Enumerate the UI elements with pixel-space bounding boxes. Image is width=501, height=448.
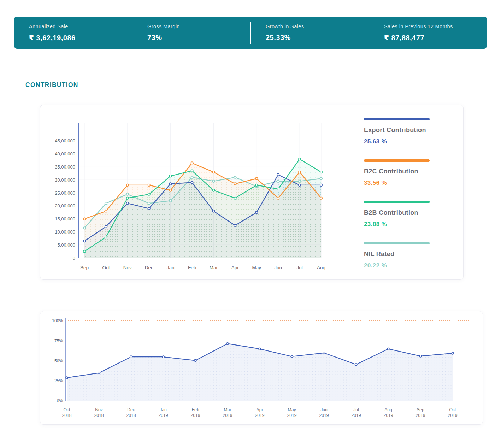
svg-text:Jul: Jul	[296, 265, 302, 270]
svg-text:Oct: Oct	[102, 265, 110, 270]
legend-pill	[364, 201, 430, 203]
section-title: CONTRIBUTION	[25, 81, 78, 89]
svg-text:25,00,000: 25,00,000	[55, 190, 75, 196]
svg-text:Feb: Feb	[191, 407, 199, 412]
trend-chart-svg: 0%25%50%75%100%Oct2018Nov2018Dec2018Jan2…	[40, 311, 483, 424]
svg-text:Aug: Aug	[384, 407, 392, 412]
svg-text:35,00,000: 35,00,000	[55, 164, 75, 170]
kpi-sales-previous-12-months: Sales in Previous 12 Months ₹ 87,88,477	[369, 17, 487, 49]
legend-item-b2c[interactable]: B2C Contribution 33.56 %	[364, 159, 445, 187]
contribution-legend: Export Contribution 25.63 % B2C Contribu…	[364, 118, 445, 283]
svg-text:Nov: Nov	[123, 265, 132, 270]
kpi-value: 25.33%	[266, 34, 369, 42]
svg-text:Sep: Sep	[80, 265, 89, 270]
legend-item-export[interactable]: Export Contribution 25.63 %	[364, 118, 445, 145]
legend-label: B2B Contribution	[364, 209, 445, 217]
svg-text:Jul: Jul	[353, 407, 359, 412]
svg-text:75%: 75%	[54, 338, 63, 343]
svg-text:Dec: Dec	[127, 407, 135, 412]
kpi-label: Sales in Previous 12 Months	[384, 24, 487, 29]
svg-text:0: 0	[73, 255, 75, 261]
svg-text:Apr: Apr	[257, 407, 263, 412]
contribution-card: 05,00,00010,00,00015,00,00020,00,00025,0…	[40, 105, 464, 280]
legend-item-b2b[interactable]: B2B Contribution 23.88 %	[364, 201, 445, 228]
svg-text:15,00,000: 15,00,000	[55, 216, 75, 222]
svg-text:30,00,000: 30,00,000	[55, 177, 75, 183]
legend-value: 33.56 %	[364, 179, 445, 187]
svg-text:2018: 2018	[62, 413, 71, 418]
kpi-value: 73%	[147, 34, 250, 42]
svg-text:May: May	[252, 265, 261, 270]
kpi-annualized-sale: Annualized Sale ₹ 3,62,19,086	[14, 17, 132, 49]
svg-text:2019: 2019	[158, 413, 168, 418]
svg-text:2019: 2019	[319, 413, 329, 418]
legend-label: NIL Rated	[364, 250, 445, 258]
svg-text:Oct: Oct	[449, 407, 456, 412]
svg-text:Mar: Mar	[224, 407, 231, 412]
svg-text:2019: 2019	[415, 413, 425, 418]
svg-text:45,00,000: 45,00,000	[55, 138, 75, 143]
svg-text:2019: 2019	[255, 413, 264, 418]
svg-text:2019: 2019	[223, 413, 232, 418]
legend-pill	[364, 242, 430, 244]
svg-text:Feb: Feb	[188, 265, 196, 270]
svg-text:Dec: Dec	[145, 265, 153, 270]
svg-text:2019: 2019	[351, 413, 361, 418]
svg-text:Aug: Aug	[317, 265, 325, 270]
svg-text:Oct: Oct	[64, 407, 71, 412]
kpi-label: Gross Margin	[147, 24, 250, 29]
svg-text:5,00,000: 5,00,000	[57, 242, 75, 248]
kpi-value: ₹ 3,62,19,086	[29, 34, 132, 42]
svg-text:2018: 2018	[94, 413, 104, 418]
legend-pill	[364, 118, 430, 120]
svg-text:Nov: Nov	[95, 407, 103, 412]
svg-text:Sep: Sep	[417, 407, 424, 412]
contribution-chart-svg: 05,00,00010,00,00015,00,00020,00,00025,0…	[40, 105, 334, 279]
svg-text:2019: 2019	[383, 413, 393, 418]
legend-value: 20.22 %	[364, 262, 445, 269]
svg-text:50%: 50%	[54, 359, 63, 364]
kpi-growth-in-sales: Growth in Sales 25.33%	[251, 17, 369, 49]
legend-pill	[364, 159, 430, 162]
svg-text:10,00,000: 10,00,000	[55, 229, 75, 235]
kpi-bar: Annualized Sale ₹ 3,62,19,086 Gross Marg…	[14, 17, 487, 49]
svg-text:2019: 2019	[448, 413, 457, 418]
svg-text:Jan: Jan	[167, 265, 175, 270]
svg-text:Jan: Jan	[160, 407, 167, 412]
svg-text:0%: 0%	[57, 399, 63, 403]
kpi-label: Growth in Sales	[266, 24, 369, 29]
svg-text:2019: 2019	[287, 413, 296, 418]
legend-label: Export Contribution	[364, 126, 445, 134]
kpi-gross-margin: Gross Margin 73%	[132, 17, 250, 49]
svg-text:25%: 25%	[54, 378, 63, 383]
kpi-label: Annualized Sale	[29, 24, 132, 29]
svg-text:Mar: Mar	[210, 265, 218, 270]
svg-text:40,00,000: 40,00,000	[55, 151, 75, 157]
legend-item-nil-rated[interactable]: NIL Rated 20.22 %	[364, 242, 445, 269]
trend-card: 0%25%50%75%100%Oct2018Nov2018Dec2018Jan2…	[40, 311, 483, 425]
svg-text:Jun: Jun	[320, 407, 328, 412]
svg-text:100%: 100%	[52, 318, 63, 323]
svg-text:2019: 2019	[190, 413, 200, 418]
svg-text:May: May	[288, 407, 296, 412]
kpi-value: ₹ 87,88,477	[384, 34, 487, 42]
legend-value: 23.88 %	[364, 221, 445, 228]
svg-text:2018: 2018	[126, 413, 136, 418]
legend-label: B2C Contribution	[364, 168, 445, 175]
svg-text:20,00,000: 20,00,000	[55, 203, 75, 208]
svg-text:Apr: Apr	[231, 265, 239, 270]
legend-value: 25.63 %	[364, 138, 445, 145]
svg-text:Jun: Jun	[274, 265, 282, 270]
